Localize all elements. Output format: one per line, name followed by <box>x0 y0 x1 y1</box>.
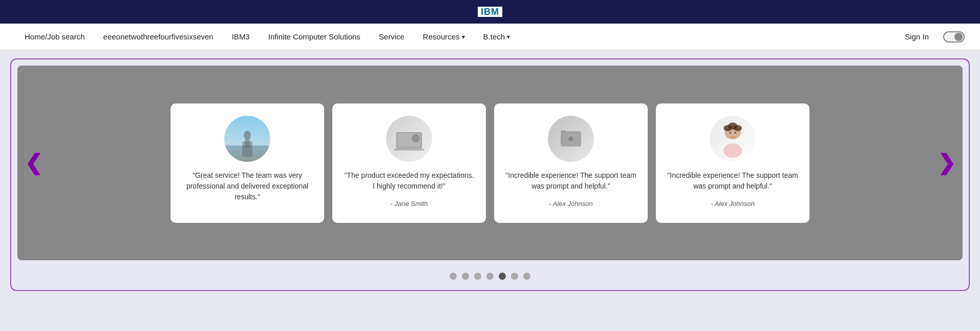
avatar-4 <box>710 116 756 162</box>
testimonial-card-1: "Great service! The team was very profes… <box>171 104 324 223</box>
sign-in-button[interactable]: Sign In <box>899 32 935 41</box>
svg-rect-7 <box>394 149 424 151</box>
avatar-3 <box>548 116 594 162</box>
card-3-author: - Alex Johnson <box>549 200 593 208</box>
nav-item-service[interactable]: Service <box>370 24 414 50</box>
chevron-down-icon-2: ▾ <box>507 33 510 40</box>
nav-btech-label: B.tech <box>483 32 505 41</box>
svg-point-12 <box>568 136 573 141</box>
ibm-logo: IBM <box>478 7 502 17</box>
svg-point-20 <box>729 131 731 134</box>
ibm-logo-text: IBM <box>481 7 499 17</box>
dot-2[interactable] <box>474 273 481 280</box>
testimonial-card-3: "Incredible experience! The support team… <box>494 104 648 223</box>
svg-point-2 <box>244 131 251 140</box>
card-4-author: - Alex Johnson <box>711 200 755 208</box>
svg-rect-3 <box>245 139 250 148</box>
svg-rect-13 <box>561 130 566 133</box>
nav-item-eee[interactable]: eeeonetwothreefourfivesixseven <box>94 24 223 50</box>
nav-bar: Home/Job search eeeonetwothreefourfivesi… <box>0 24 980 50</box>
svg-rect-1 <box>224 146 270 162</box>
card-3-quote: "Incredible experience! The support team… <box>504 170 637 192</box>
nav-item-infinite[interactable]: Infinite Computer Solutions <box>259 24 370 50</box>
testimonial-card-2: "The product exceeded my expectations. I… <box>332 104 486 223</box>
nav-item-home[interactable]: Home/Job search <box>15 24 94 50</box>
dot-5[interactable] <box>511 273 518 280</box>
card-1-quote: "Great service! The team was very profes… <box>181 170 314 202</box>
theme-toggle[interactable] <box>943 31 965 43</box>
avatar-1 <box>224 116 270 162</box>
nav-resources-label: Resources <box>423 32 460 41</box>
avatar-2 <box>386 116 432 162</box>
nav-item-btech[interactable]: B.tech ▾ <box>474 24 520 50</box>
card-4-quote: "Incredible experience! The support team… <box>666 170 799 192</box>
carousel-prev-button[interactable]: ❮ <box>25 152 42 174</box>
cards-container: "Great service! The team was very profes… <box>48 104 932 223</box>
nav-item-ibm3[interactable]: IBM3 <box>223 24 259 50</box>
dot-4[interactable] <box>499 273 506 280</box>
chevron-down-icon: ▾ <box>462 33 465 40</box>
dot-1[interactable] <box>462 273 469 280</box>
carousel-next-button[interactable]: ❯ <box>938 152 955 174</box>
svg-point-19 <box>723 143 742 158</box>
dot-6[interactable] <box>523 273 530 280</box>
dot-3[interactable] <box>486 273 494 280</box>
carousel-inner: ❮ <box>17 66 963 260</box>
nav-item-resources[interactable]: Resources ▾ <box>414 24 474 50</box>
svg-point-18 <box>734 125 742 131</box>
carousel-outer: ❮ <box>10 58 970 291</box>
svg-point-8 <box>412 134 420 142</box>
dots-container <box>17 268 963 284</box>
toggle-knob <box>954 33 963 41</box>
dot-0[interactable] <box>450 273 457 280</box>
svg-point-21 <box>734 131 736 134</box>
testimonial-card-4: "Incredible experience! The support team… <box>656 104 809 223</box>
main-content: ❮ <box>0 50 980 301</box>
card-2-author: - Jane Smith <box>391 200 428 208</box>
top-bar: IBM <box>0 0 980 24</box>
card-2-quote: "The product exceeded my expectations. I… <box>343 170 476 192</box>
